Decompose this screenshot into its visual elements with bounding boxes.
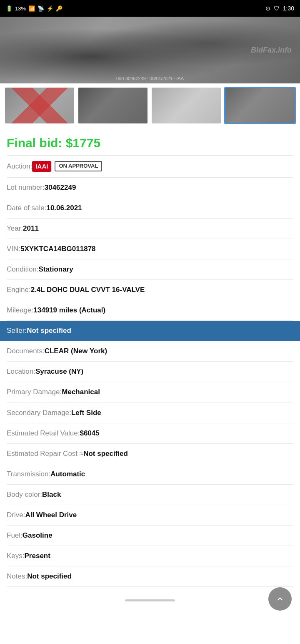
estimated-repair-cost-value: Not specified: [83, 449, 128, 458]
auction-label: Auction:: [7, 162, 32, 171]
lot-number-row: Lot number: 30462249: [7, 178, 293, 198]
mileage-value: 134919 miles (Actual): [33, 306, 105, 315]
image-watermark: BidFax.info: [251, 46, 292, 55]
body-color-label: Body color:: [7, 490, 42, 499]
keys-row: Keys: Present: [7, 546, 293, 566]
estimated-retail-value-label: Estimated Retail Value:: [7, 429, 80, 438]
engine-label: Engine:: [7, 285, 31, 294]
seller-label: Seller:: [7, 326, 27, 335]
location-row: Location: Syracuse (NY): [7, 362, 293, 382]
documents-row: Documents: CLEAR (New York): [7, 341, 293, 362]
drive-value: All Wheel Drive: [25, 511, 77, 520]
scroll-indicator: [125, 599, 175, 601]
seller-row: Seller: Not specified: [0, 321, 300, 341]
secondary-damage-label: Secondary Damage:: [7, 408, 71, 418]
date-of-sale-value: 10.06.2021: [46, 204, 82, 213]
auction-badges: IAAI ON APPROVAL: [32, 161, 102, 172]
documents-value: CLEAR (New York): [45, 347, 108, 356]
engine-row: Engine: 2.4L DOHC DUAL CVVT 16-VALVE: [7, 280, 293, 300]
location-label: Location:: [7, 367, 35, 376]
image-caption: 000-30462249 · 06/01/2021 · IAA: [116, 76, 184, 81]
estimated-repair-cost-label: Estimated Repair Cost ≈: [7, 449, 83, 458]
battery-percent: 13%: [15, 5, 26, 12]
keys-label: Keys:: [7, 551, 25, 561]
final-bid-section: Final bid: $1775: [7, 132, 293, 156]
thumbnail-2[interactable]: [78, 87, 148, 124]
vin-label: VIN:: [7, 244, 20, 254]
year-value: 2011: [23, 224, 39, 233]
lot-number-value: 30462249: [45, 183, 76, 192]
primary-damage-row: Primary Damage: Mechanical: [7, 382, 293, 402]
date-of-sale-label: Date of sale:: [7, 204, 46, 213]
final-bid-label: Final bid:: [7, 136, 66, 150]
final-bid-value: $1775: [66, 136, 100, 150]
seller-value: Not specified: [27, 326, 71, 335]
transmission-row: Transmission: Automatic: [7, 464, 293, 485]
time-display: 1:30: [283, 5, 294, 12]
status-bar: 🔋 13% 📶 📡 ⚡ 🔑 ⊙ 🛡 1:30: [0, 0, 300, 17]
camera-icon: ⊙: [265, 5, 270, 12]
bottom-bar: [0, 595, 300, 608]
back-to-top-button[interactable]: [268, 587, 292, 611]
lot-number-label: Lot number:: [7, 183, 45, 192]
documents-label: Documents:: [7, 347, 45, 356]
fuel-row: Fuel: Gasoline: [7, 526, 293, 546]
status-left: 🔋 13% 📶 📡 ⚡ 🔑: [6, 5, 62, 12]
mileage-label: Mileage:: [7, 306, 33, 315]
year-row: Year: 2011: [7, 219, 293, 239]
condition-value: Stationary: [39, 265, 73, 274]
main-vehicle-image[interactable]: BidFax.info 000-30462249 · 06/01/2021 · …: [0, 17, 300, 83]
drive-label: Drive:: [7, 511, 25, 520]
thumbnail-strip: [0, 83, 300, 128]
fuel-label: Fuel:: [7, 531, 22, 540]
notes-label: Notes:: [7, 572, 27, 581]
iaai-badge: IAAI: [32, 161, 51, 172]
body-color-row: Body color: Black: [7, 485, 293, 505]
mileage-row: Mileage: 134919 miles (Actual): [7, 300, 293, 321]
vin-value: 5XYKTCA14BG011878: [20, 244, 95, 254]
approval-badge: ON APPROVAL: [55, 161, 102, 171]
final-bid-display: Final bid: $1775: [7, 136, 100, 150]
estimated-repair-cost-row: Estimated Repair Cost ≈ Not specified: [7, 444, 293, 464]
thumbnail-1[interactable]: [4, 87, 75, 124]
primary-damage-value: Mechanical: [62, 387, 100, 397]
body-color-value: Black: [42, 490, 61, 499]
vehicle-details-content: Final bid: $1775 Auction: IAAI ON APPROV…: [0, 128, 300, 587]
wifi-icon: 📡: [38, 5, 44, 12]
secondary-damage-value: Left Side: [71, 408, 101, 418]
auction-row: Auction: IAAI ON APPROVAL: [7, 156, 293, 178]
shield-icon: 🛡: [274, 5, 280, 12]
drive-row: Drive: All Wheel Drive: [7, 505, 293, 526]
location-value: Syracuse (NY): [35, 367, 83, 376]
transmission-value: Automatic: [50, 470, 85, 479]
chevron-up-icon: [275, 594, 285, 604]
battery-icon: 🔋: [6, 5, 12, 12]
signal-icon: 📶: [28, 5, 35, 12]
date-of-sale-row: Date of sale: 10.06.2021: [7, 198, 293, 219]
keys-value: Present: [25, 551, 50, 561]
year-label: Year:: [7, 224, 23, 233]
thumbnail-4[interactable]: [224, 87, 296, 124]
notes-value: Not specified: [27, 572, 72, 581]
estimated-retail-value-row: Estimated Retail Value: $6045: [7, 423, 293, 444]
key-icon: 🔑: [56, 5, 62, 12]
status-right: ⊙ 🛡 1:30: [265, 5, 294, 12]
charge-icon: ⚡: [47, 5, 53, 12]
vin-row: VIN: 5XYKTCA14BG011878: [7, 239, 293, 259]
transmission-label: Transmission:: [7, 470, 50, 479]
engine-value: 2.4L DOHC DUAL CVVT 16-VALVE: [31, 285, 145, 294]
notes-row: Notes: Not specified: [7, 566, 293, 587]
secondary-damage-row: Secondary Damage: Left Side: [7, 403, 293, 423]
condition-label: Condition:: [7, 265, 39, 274]
fuel-value: Gasoline: [22, 531, 52, 540]
thumbnail-3[interactable]: [151, 87, 222, 124]
estimated-retail-value-value: $6045: [80, 429, 99, 438]
condition-row: Condition: Stationary: [7, 259, 293, 280]
primary-damage-label: Primary Damage:: [7, 387, 62, 397]
